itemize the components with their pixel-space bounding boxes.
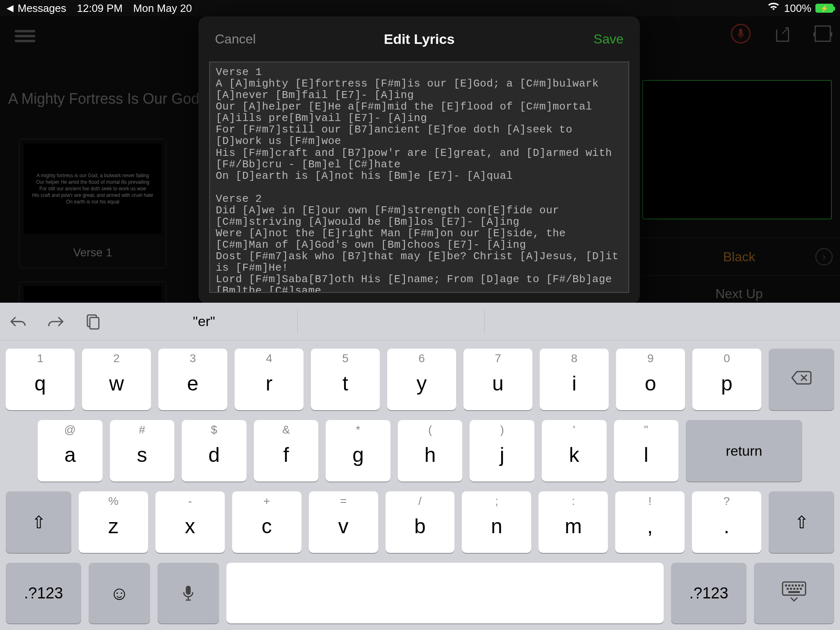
svg-rect-12 bbox=[790, 588, 792, 590]
keyboard: "er" 1q2w3e4r5t6y7u8i9o0p @a#s$d&f*g(h)j… bbox=[0, 303, 840, 630]
key-h[interactable]: (h bbox=[398, 420, 463, 482]
dictation-key[interactable] bbox=[158, 563, 219, 623]
keyboard-suggestion-empty[interactable] bbox=[298, 309, 485, 334]
svg-rect-8 bbox=[795, 584, 797, 587]
key-i[interactable]: 8i bbox=[540, 349, 609, 410]
svg-rect-7 bbox=[792, 584, 794, 587]
key-p[interactable]: 0p bbox=[692, 349, 761, 410]
lyrics-textarea[interactable]: Verse 1 A [A]mighty [E]fortress [F#m]is … bbox=[209, 62, 629, 293]
svg-rect-2 bbox=[90, 317, 99, 329]
svg-rect-16 bbox=[788, 591, 800, 593]
key-t[interactable]: 5t bbox=[311, 349, 380, 410]
key-r[interactable]: 4r bbox=[235, 349, 304, 410]
undo-icon[interactable] bbox=[0, 314, 37, 329]
shift-key-right[interactable]: ⇧ bbox=[769, 491, 834, 553]
save-button[interactable]: Save bbox=[593, 32, 623, 47]
key-,[interactable]: !, bbox=[615, 491, 685, 553]
key-q[interactable]: 1q bbox=[6, 349, 75, 410]
key-b[interactable]: /b bbox=[386, 491, 455, 553]
key-v[interactable]: =v bbox=[309, 491, 378, 553]
return-key[interactable]: return bbox=[686, 420, 802, 482]
key-u[interactable]: 7u bbox=[463, 349, 532, 410]
key-.[interactable]: ?. bbox=[692, 491, 761, 553]
keyboard-toolbar: "er" bbox=[0, 303, 840, 340]
svg-rect-15 bbox=[800, 588, 802, 590]
key-n[interactable]: ;n bbox=[462, 491, 531, 553]
clipboard-icon[interactable] bbox=[74, 313, 111, 330]
key-w[interactable]: 2w bbox=[82, 349, 151, 410]
key-d[interactable]: $d bbox=[182, 420, 247, 482]
emoji-key[interactable]: ☺ bbox=[89, 563, 150, 623]
svg-rect-5 bbox=[785, 584, 787, 587]
svg-rect-14 bbox=[797, 588, 799, 590]
key-s[interactable]: #s bbox=[110, 420, 175, 482]
wifi-icon bbox=[767, 2, 780, 15]
battery-icon: ⚡ bbox=[815, 4, 833, 13]
back-to-app-icon[interactable]: ◀ bbox=[7, 3, 14, 14]
key-o[interactable]: 9o bbox=[616, 349, 685, 410]
key-g[interactable]: *g bbox=[326, 420, 390, 482]
redo-icon[interactable] bbox=[37, 314, 74, 329]
key-a[interactable]: @a bbox=[38, 420, 103, 482]
battery-percent: 100% bbox=[784, 2, 812, 15]
key-c[interactable]: +c bbox=[232, 491, 301, 553]
status-bar: ◀ Messages 12:09 PM Mon May 20 100% ⚡ bbox=[0, 0, 840, 16]
svg-rect-3 bbox=[186, 586, 191, 595]
hide-keyboard-key[interactable] bbox=[754, 563, 834, 623]
symbols-key-right[interactable]: .?123 bbox=[671, 563, 746, 623]
svg-rect-13 bbox=[793, 588, 795, 590]
edit-lyrics-modal: Cancel Edit Lyrics Save Verse 1 A [A]mig… bbox=[199, 16, 640, 304]
keyboard-suggestion[interactable]: "er" bbox=[111, 309, 298, 334]
status-date: Mon May 20 bbox=[133, 2, 192, 15]
status-time: 12:09 PM bbox=[77, 2, 123, 15]
key-k[interactable]: 'k bbox=[542, 420, 607, 482]
backspace-key[interactable] bbox=[769, 349, 834, 410]
svg-rect-6 bbox=[788, 584, 790, 587]
modal-header: Cancel Edit Lyrics Save bbox=[199, 16, 640, 62]
key-l[interactable]: "l bbox=[614, 420, 679, 482]
symbols-key-left[interactable]: .?123 bbox=[6, 563, 81, 623]
key-f[interactable]: &f bbox=[254, 420, 319, 482]
cancel-button[interactable]: Cancel bbox=[215, 32, 256, 47]
key-e[interactable]: 3e bbox=[158, 349, 227, 410]
svg-rect-10 bbox=[801, 584, 803, 587]
modal-title: Edit Lyrics bbox=[384, 31, 455, 47]
key-z[interactable]: %z bbox=[79, 491, 148, 553]
key-x[interactable]: -x bbox=[155, 491, 225, 553]
svg-rect-11 bbox=[787, 588, 789, 590]
space-key[interactable] bbox=[226, 563, 664, 623]
back-to-app-label[interactable]: Messages bbox=[18, 2, 66, 15]
key-j[interactable]: )j bbox=[470, 420, 534, 482]
svg-rect-9 bbox=[798, 584, 800, 587]
key-m[interactable]: :m bbox=[539, 491, 608, 553]
shift-key-left[interactable]: ⇧ bbox=[6, 491, 71, 553]
key-y[interactable]: 6y bbox=[387, 349, 456, 410]
